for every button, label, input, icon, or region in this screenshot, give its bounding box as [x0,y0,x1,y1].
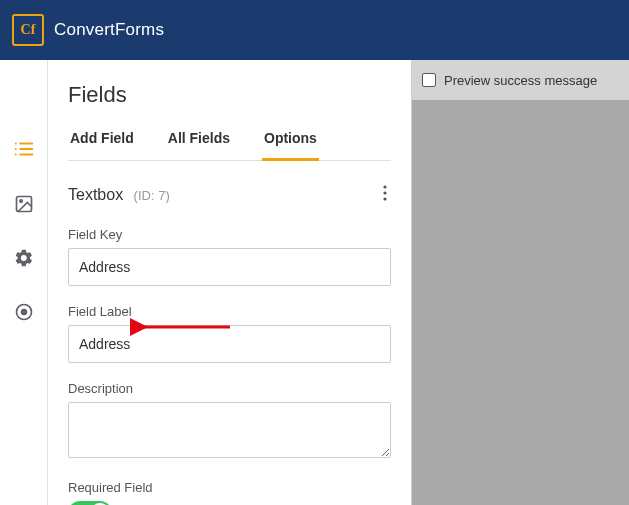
preview-success-checkbox[interactable] [422,73,436,87]
tab-add-field[interactable]: Add Field [68,130,136,160]
description-input[interactable] [68,402,391,458]
preview-bar: Preview success message [412,60,629,100]
field-key-label: Field Key [68,227,391,242]
logo-short: Cf [21,22,36,38]
tabs: Add Field All Fields Options [68,130,391,161]
page-title: Fields [68,82,391,108]
field-label-input[interactable] [68,325,391,363]
target-icon[interactable] [14,302,34,326]
app-name: ConvertForms [54,20,164,40]
required-toggle[interactable] [68,501,112,505]
image-icon[interactable] [14,194,34,218]
svg-point-12 [383,197,386,200]
svg-point-10 [383,185,386,188]
field-label-label: Field Label [68,304,391,319]
section-header: Textbox (ID: 7) [68,181,391,209]
main-panel: Fields Add Field All Fields Options Text… [47,60,412,505]
list-icon[interactable] [13,138,35,164]
svg-point-7 [19,200,21,203]
svg-point-9 [21,310,26,315]
field-key-input[interactable] [68,248,391,286]
required-label: Required Field [68,480,391,495]
top-bar: Cf ConvertForms [0,0,629,60]
svg-point-11 [383,191,386,194]
preview-success-label: Preview success message [444,73,597,88]
section-title: Textbox [68,186,123,203]
description-label: Description [68,381,391,396]
sidebar [0,60,47,505]
preview-pane: Preview success message [412,60,629,505]
tab-all-fields[interactable]: All Fields [166,130,232,160]
tab-options[interactable]: Options [262,130,319,161]
app-logo: Cf [12,14,44,46]
gear-icon[interactable] [14,248,34,272]
section-id: (ID: 7) [134,188,170,203]
more-icon[interactable] [379,181,391,209]
